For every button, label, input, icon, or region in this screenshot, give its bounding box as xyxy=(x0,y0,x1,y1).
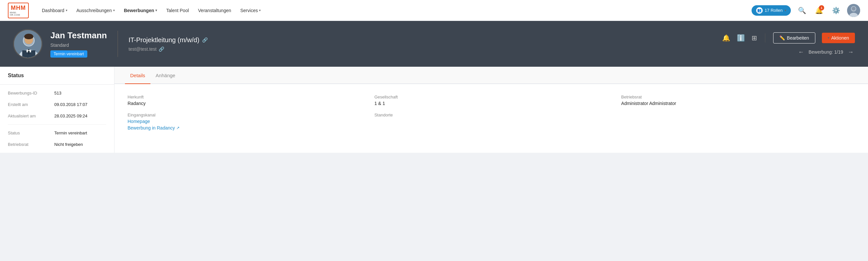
logo[interactable]: MHM MHM-HR.COM xyxy=(8,3,29,18)
alarm-icon: 🔔 xyxy=(722,34,730,42)
status-row-erstellt: Erstellt am 09.03.2018 17:07 xyxy=(0,99,114,110)
nav-items: Dashboard ▾ Ausschreibungen ▾ Bewerbunge… xyxy=(38,5,751,16)
gear-icon: ⚙️ xyxy=(832,6,840,14)
radancy-link[interactable]: Bewerbung in Radancy ↗ xyxy=(128,125,362,131)
search-button[interactable]: 🔍 xyxy=(796,5,808,17)
status-label-status: Status xyxy=(8,131,50,135)
detail-eingangskanal: Eingangskanal Homepage Bewerbung in Rada… xyxy=(128,112,362,131)
external-link-icon: ↗ xyxy=(176,126,180,130)
roles-button[interactable]: 👥 17 Rollen ▾ xyxy=(751,5,791,16)
status-label-id: Bewerbungs-ID xyxy=(8,91,50,96)
nav-item-bewerbungen[interactable]: Bewerbungen ▾ xyxy=(120,5,161,16)
chevron-down-icon: ▾ xyxy=(828,36,829,40)
profile-avatar xyxy=(13,29,42,59)
chevron-down-icon: ▾ xyxy=(784,8,786,12)
aktionen-button[interactable]: ▾ Aktionen xyxy=(822,33,855,43)
status-row-status: Status Termin vereinbart xyxy=(0,127,114,139)
eingangskanal-links: Homepage Bewerbung in Radancy ↗ xyxy=(128,119,362,131)
status-value-betriebsrat: Nicht freigeben xyxy=(54,142,83,147)
svg-point-11 xyxy=(25,34,33,38)
info-button[interactable]: ℹ️ xyxy=(737,34,745,42)
logo-sub: MHM-HR.COM xyxy=(10,11,27,16)
nav-item-dashboard[interactable]: Dashboard ▾ xyxy=(38,5,71,16)
users-icon: 👥 xyxy=(756,7,763,14)
logo-text: MHM xyxy=(11,5,26,11)
tab-anhaenge[interactable]: Anhänge xyxy=(150,67,181,84)
details-content: Herkunft Radancy Eingangskanal Homepage … xyxy=(115,84,868,141)
user-avatar[interactable] xyxy=(847,4,860,17)
prev-bewerbung-button[interactable]: ← xyxy=(797,49,805,56)
navbar: MHM MHM-HR.COM Dashboard ▾ Ausschreibung… xyxy=(0,0,868,21)
profile-header: Jan Testmann Standard Termin vereinbart … xyxy=(0,21,868,67)
homepage-link[interactable]: Homepage xyxy=(128,119,362,124)
edit-icon: ✏️ xyxy=(779,35,785,40)
herkunft-value: Radancy xyxy=(128,101,362,106)
nav-item-services[interactable]: Services ▾ xyxy=(237,5,265,16)
status-row-betriebsrat: Betriebsrat Nicht freigeben xyxy=(0,139,114,150)
betriebsrat-label: Betriebsrat xyxy=(621,95,855,99)
chevron-down-icon: ▾ xyxy=(155,8,157,12)
profile-top-icons: 🔔 ℹ️ ⊞ ✏️ Bearbeiten ▾ Aktionen xyxy=(722,32,855,43)
nav-item-talent-pool[interactable]: Talent Pool xyxy=(162,5,193,16)
detail-standorte: Standorte xyxy=(374,112,608,118)
chevron-down-icon: ▾ xyxy=(113,8,115,12)
status-label-erstellt: Erstellt am xyxy=(8,102,50,107)
profile-email: test@test.test 🔗 xyxy=(128,46,208,52)
status-rows: Bewerbungs-ID 513 Erstellt am 09.03.2018… xyxy=(0,85,114,153)
nav-right: 👥 17 Rollen ▾ 🔍 🔔 1 ⚙️ xyxy=(751,4,860,17)
nav-item-ausschreibungen[interactable]: Ausschreibungen ▾ xyxy=(72,5,119,16)
profile-divider xyxy=(117,31,118,57)
betriebsrat-value: Administrator Administrator xyxy=(621,101,855,106)
tab-details[interactable]: Details xyxy=(125,67,150,84)
detail-herkunft: Herkunft Radancy xyxy=(128,95,362,106)
details-col-0: Herkunft Radancy Eingangskanal Homepage … xyxy=(128,95,362,131)
svg-point-4 xyxy=(852,6,856,10)
details-col-1: Gesellschaft 1 & 1 Standorte xyxy=(374,95,608,131)
status-value-aktualisiert: 28.03.2025 09:24 xyxy=(54,113,87,119)
herkunft-label: Herkunft xyxy=(128,95,362,99)
notifications-button[interactable]: 🔔 1 xyxy=(813,5,825,17)
link-icon[interactable]: 🔗 xyxy=(202,37,208,42)
status-value-id: 513 xyxy=(54,91,61,96)
status-value-erstellt: 09.03.2018 17:07 xyxy=(54,102,87,107)
profile-actions: 🔔 ℹ️ ⊞ ✏️ Bearbeiten ▾ Aktionen ← Bewerb… xyxy=(722,32,855,56)
details-panel: Details Anhänge Herkunft Radancy Eingang… xyxy=(115,67,868,153)
chevron-down-icon: ▾ xyxy=(66,8,67,12)
tabs-bar: Details Anhänge xyxy=(115,67,868,84)
standorte-label: Standorte xyxy=(374,112,608,118)
bewerbung-navigation: ← Bewerbung: 1/19 → xyxy=(797,49,855,56)
email-link-icon[interactable]: 🔗 xyxy=(159,46,164,52)
gesellschaft-label: Gesellschaft xyxy=(374,95,608,99)
alarm-button[interactable]: 🔔 xyxy=(722,34,730,42)
gesellschaft-value: 1 & 1 xyxy=(374,101,608,106)
status-label-aktualisiert: Aktualisiert am xyxy=(8,113,50,119)
info-icon: ℹ️ xyxy=(737,34,745,42)
search-icon: 🔍 xyxy=(798,6,806,14)
detail-betriebsrat: Betriebsrat Administrator Administrator xyxy=(621,95,855,106)
status-value-status: Termin vereinbart xyxy=(54,131,87,135)
profile-name: Jan Testmann xyxy=(50,30,107,40)
details-col-2: Betriebsrat Administrator Administrator xyxy=(621,95,855,131)
bearbeiten-button[interactable]: ✏️ Bearbeiten xyxy=(773,32,815,43)
profile-standard: Standard xyxy=(50,42,107,48)
table-icon: ⊞ xyxy=(751,34,757,42)
status-label-betriebsrat: Betriebsrat xyxy=(8,142,50,147)
status-row-id: Bewerbungs-ID 513 xyxy=(0,87,114,99)
chevron-down-icon: ▾ xyxy=(259,8,261,12)
profile-status-badge[interactable]: Termin vereinbart xyxy=(50,51,87,58)
status-panel: Status Bewerbungs-ID 513 Erstellt am 09.… xyxy=(0,67,115,153)
notification-badge: 1 xyxy=(819,5,824,10)
eingangskanal-label: Eingangskanal xyxy=(128,112,362,118)
main-content: Status Bewerbungs-ID 513 Erstellt am 09.… xyxy=(0,67,868,153)
profile-info: Jan Testmann Standard Termin vereinbart xyxy=(50,30,107,58)
profile-job: IT-Projektleitung (m/w/d) 🔗 test@test.te… xyxy=(128,36,208,52)
next-bewerbung-button[interactable]: → xyxy=(846,49,855,56)
nav-item-veranstaltungen[interactable]: Veranstaltungen xyxy=(194,5,235,16)
settings-button[interactable]: ⚙️ xyxy=(830,5,842,17)
profile-job-title: IT-Projektleitung (m/w/d) 🔗 xyxy=(128,36,208,44)
table-button[interactable]: ⊞ xyxy=(751,34,757,42)
detail-gesellschaft: Gesellschaft 1 & 1 xyxy=(374,95,608,106)
status-panel-title: Status xyxy=(0,67,114,85)
status-row-aktualisiert: Aktualisiert am 28.03.2025 09:24 xyxy=(0,110,114,122)
status-divider xyxy=(8,124,106,125)
